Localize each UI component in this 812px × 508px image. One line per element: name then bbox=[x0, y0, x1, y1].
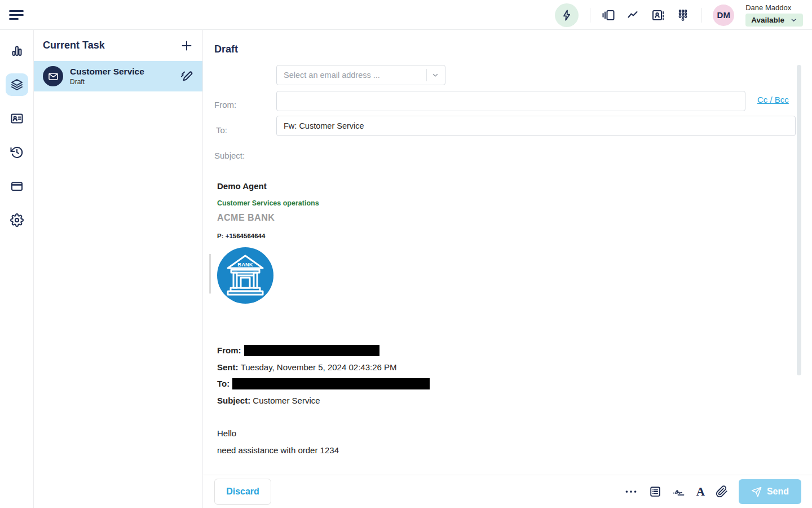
draft-editor: Draft From: Select an email address ... … bbox=[203, 30, 812, 508]
layers-icon bbox=[10, 78, 24, 91]
contact-card-icon bbox=[10, 112, 24, 125]
quoted-to-row: To: bbox=[217, 375, 430, 392]
redacted-to-address bbox=[232, 378, 430, 389]
attachment-icon[interactable] bbox=[716, 485, 728, 498]
editor-footer: Discard A Send bbox=[203, 475, 812, 508]
sidebar-item-settings[interactable] bbox=[6, 209, 28, 231]
chevron-down-icon bbox=[790, 16, 797, 24]
status-dropdown[interactable]: Available bbox=[745, 14, 803, 27]
signature-company: ACME BANK bbox=[217, 213, 275, 223]
quoted-subject-value: Customer Service bbox=[253, 396, 320, 405]
signature-phone: P: +1564564644 bbox=[217, 233, 265, 239]
bar-chart-icon bbox=[10, 44, 24, 58]
plus-icon bbox=[180, 39, 193, 52]
dialpad-icon[interactable] bbox=[676, 8, 690, 22]
message-line: need assistance with order 1234 bbox=[217, 442, 430, 459]
from-select[interactable]: Select an email address ... bbox=[276, 65, 445, 85]
quoted-from-label: From: bbox=[217, 345, 241, 355]
sidebar-item-history[interactable] bbox=[6, 141, 28, 164]
quoted-from-row: From: bbox=[217, 342, 430, 359]
cc-bcc-link[interactable]: Cc / Bcc bbox=[757, 95, 789, 104]
topbar-actions: DM Dane Maddox Available bbox=[555, 0, 803, 30]
page-title: Draft bbox=[214, 43, 238, 55]
contacts-icon[interactable] bbox=[651, 8, 665, 22]
to-input[interactable] bbox=[276, 91, 745, 111]
user-name: Dane Maddox bbox=[745, 3, 803, 12]
menu-icon[interactable] bbox=[9, 7, 25, 22]
sidebar-item-workspace[interactable] bbox=[6, 175, 28, 198]
divider bbox=[701, 8, 701, 23]
more-options-icon[interactable] bbox=[624, 484, 638, 499]
send-button[interactable]: Send bbox=[739, 479, 801, 504]
from-placeholder: Select an email address ... bbox=[284, 71, 424, 80]
task-item-subtitle: Draft bbox=[70, 78, 180, 86]
topbar: DM Dane Maddox Available bbox=[0, 0, 812, 30]
task-list-item[interactable]: Customer Service Draft bbox=[34, 61, 202, 91]
bank-logo: BANK bbox=[217, 247, 273, 304]
compose-icon[interactable] bbox=[180, 69, 193, 83]
quoted-sent-row: Sent: Tuesday, November 5, 2024 02:43:26… bbox=[217, 359, 430, 376]
quoted-sent-label: Sent: bbox=[217, 362, 239, 372]
scrollbar-thumb[interactable] bbox=[797, 65, 801, 375]
message-line: Hello bbox=[217, 425, 430, 442]
quick-reply-icon bbox=[555, 3, 579, 27]
email-icon bbox=[43, 66, 63, 86]
signature-name: Demo Agent bbox=[217, 181, 267, 191]
add-task-button[interactable] bbox=[180, 39, 193, 52]
user-avatar[interactable]: DM bbox=[713, 5, 734, 26]
performance-chart-icon[interactable] bbox=[626, 8, 640, 22]
history-icon bbox=[10, 146, 24, 159]
send-icon bbox=[751, 487, 762, 497]
quoted-message: From: Sent: Tuesday, November 5, 2024 02… bbox=[217, 342, 430, 458]
bank-logo-label: BANK bbox=[237, 261, 253, 268]
window-icon bbox=[10, 179, 24, 193]
task-panel: Current Task Customer Service Draft bbox=[34, 30, 203, 508]
quoted-sent-value: Tuesday, November 5, 2024 02:43:26 PM bbox=[241, 362, 397, 372]
subject-label: Subject: bbox=[214, 151, 245, 160]
task-panel-header: Current Task bbox=[34, 30, 202, 61]
discard-button[interactable]: Discard bbox=[214, 479, 271, 505]
sidebar-item-interactions[interactable] bbox=[6, 73, 28, 96]
select-divider bbox=[426, 69, 427, 81]
quick-reply-button[interactable] bbox=[555, 3, 579, 27]
signature-icon[interactable] bbox=[672, 485, 686, 498]
task-item-title: Customer Service bbox=[70, 67, 180, 77]
user-block: Dane Maddox Available bbox=[745, 3, 803, 27]
chevron-down-icon bbox=[431, 71, 439, 79]
task-item-texts: Customer Service Draft bbox=[70, 67, 180, 86]
status-label: Available bbox=[751, 16, 784, 24]
task-panel-title: Current Task bbox=[43, 40, 105, 51]
text-caret bbox=[209, 254, 211, 294]
font-style-label: A bbox=[696, 486, 705, 498]
panels-icon[interactable] bbox=[602, 8, 615, 22]
canned-responses-icon[interactable] bbox=[649, 485, 661, 498]
to-label: To: bbox=[216, 125, 227, 135]
sidebar-item-contacts[interactable] bbox=[6, 107, 28, 130]
subject-input[interactable] bbox=[276, 116, 796, 136]
quoted-subject-row: Subject: Customer Service bbox=[217, 392, 430, 409]
gear-icon bbox=[10, 213, 24, 227]
sidebar-item-activity[interactable] bbox=[6, 40, 28, 62]
sidebar-rail bbox=[0, 30, 34, 508]
signature-team: Customer Services operations bbox=[217, 199, 319, 207]
send-label: Send bbox=[767, 487, 789, 497]
quoted-subject-label: Subject: bbox=[217, 396, 250, 405]
from-label: From: bbox=[214, 100, 236, 110]
quoted-to-label: To: bbox=[217, 379, 230, 388]
redacted-from-address bbox=[244, 345, 379, 356]
divider bbox=[590, 8, 590, 23]
font-style-icon[interactable]: A bbox=[696, 486, 705, 498]
